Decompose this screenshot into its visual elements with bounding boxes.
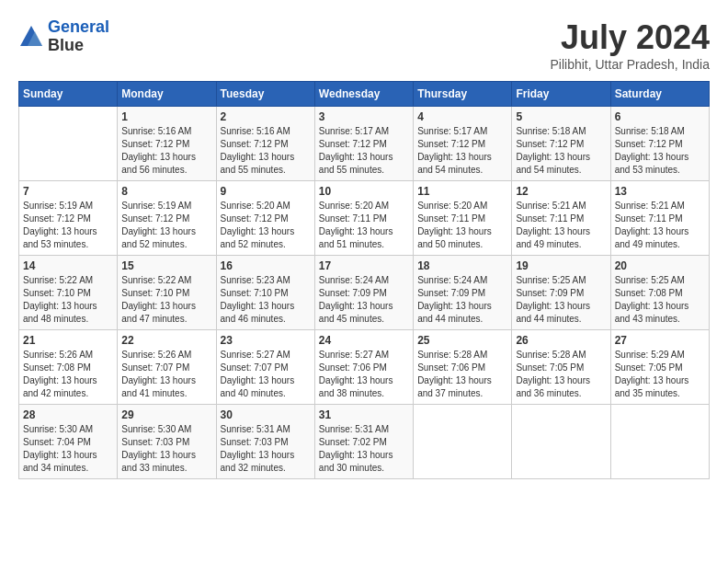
day-info: Sunrise: 5:31 AM Sunset: 7:02 PM Dayligh… <box>319 423 409 475</box>
title-area: July 2024 Pilibhit, Uttar Pradesh, India <box>550 18 710 72</box>
day-number: 9 <box>221 185 311 198</box>
location: Pilibhit, Uttar Pradesh, India <box>550 57 710 72</box>
day-cell: 14Sunrise: 5:22 AM Sunset: 7:10 PM Dayli… <box>19 256 118 330</box>
day-cell: 24Sunrise: 5:27 AM Sunset: 7:06 PM Dayli… <box>314 330 413 405</box>
day-cell: 6Sunrise: 5:18 AM Sunset: 7:12 PM Daylig… <box>610 107 709 181</box>
day-cell: 17Sunrise: 5:24 AM Sunset: 7:09 PM Dayli… <box>314 256 413 330</box>
col-header-sunday: Sunday <box>19 82 118 107</box>
day-info: Sunrise: 5:18 AM Sunset: 7:12 PM Dayligh… <box>615 125 705 177</box>
day-info: Sunrise: 5:27 AM Sunset: 7:06 PM Dayligh… <box>319 349 409 400</box>
day-number: 27 <box>615 334 705 347</box>
week-row-4: 21Sunrise: 5:26 AM Sunset: 7:08 PM Dayli… <box>19 330 710 405</box>
logo-line2: Blue <box>48 37 109 55</box>
day-info: Sunrise: 5:24 AM Sunset: 7:09 PM Dayligh… <box>417 274 507 326</box>
day-info: Sunrise: 5:20 AM Sunset: 7:11 PM Dayligh… <box>319 200 409 251</box>
day-cell: 19Sunrise: 5:25 AM Sunset: 7:09 PM Dayli… <box>512 256 610 330</box>
day-number: 5 <box>516 110 606 123</box>
week-row-5: 28Sunrise: 5:30 AM Sunset: 7:04 PM Dayli… <box>19 405 710 479</box>
day-number: 20 <box>615 259 705 272</box>
day-number: 25 <box>417 334 507 347</box>
day-info: Sunrise: 5:23 AM Sunset: 7:10 PM Dayligh… <box>221 274 311 326</box>
logo-icon <box>18 24 44 50</box>
header: General Blue July 2024 Pilibhit, Uttar P… <box>18 18 710 72</box>
day-number: 15 <box>121 259 211 272</box>
calendar-table: SundayMondayTuesdayWednesdayThursdayFrid… <box>18 81 710 479</box>
day-info: Sunrise: 5:27 AM Sunset: 7:07 PM Dayligh… <box>221 349 311 400</box>
day-number: 28 <box>23 408 113 421</box>
day-number: 18 <box>417 259 507 272</box>
logo: General Blue <box>18 18 109 55</box>
day-cell <box>610 405 709 479</box>
day-info: Sunrise: 5:26 AM Sunset: 7:07 PM Dayligh… <box>121 349 211 400</box>
day-info: Sunrise: 5:30 AM Sunset: 7:04 PM Dayligh… <box>23 423 113 475</box>
logo-line1: General <box>48 17 109 36</box>
logo-text: General Blue <box>48 18 109 55</box>
day-info: Sunrise: 5:18 AM Sunset: 7:12 PM Dayligh… <box>516 125 606 177</box>
week-row-2: 7Sunrise: 5:19 AM Sunset: 7:12 PM Daylig… <box>19 181 710 256</box>
day-number: 2 <box>221 110 311 123</box>
day-info: Sunrise: 5:28 AM Sunset: 7:06 PM Dayligh… <box>417 349 507 400</box>
day-number: 26 <box>516 334 606 347</box>
day-cell: 13Sunrise: 5:21 AM Sunset: 7:11 PM Dayli… <box>610 181 709 256</box>
day-cell: 11Sunrise: 5:20 AM Sunset: 7:11 PM Dayli… <box>414 181 512 256</box>
day-cell: 31Sunrise: 5:31 AM Sunset: 7:02 PM Dayli… <box>314 405 413 479</box>
day-info: Sunrise: 5:24 AM Sunset: 7:09 PM Dayligh… <box>319 274 409 326</box>
day-number: 12 <box>516 185 606 198</box>
header-row: SundayMondayTuesdayWednesdayThursdayFrid… <box>19 82 710 107</box>
day-number: 10 <box>319 185 409 198</box>
day-cell: 3Sunrise: 5:17 AM Sunset: 7:12 PM Daylig… <box>314 107 413 181</box>
day-info: Sunrise: 5:25 AM Sunset: 7:08 PM Dayligh… <box>615 274 705 326</box>
day-info: Sunrise: 5:26 AM Sunset: 7:08 PM Dayligh… <box>23 349 113 400</box>
col-header-friday: Friday <box>512 82 610 107</box>
day-cell: 16Sunrise: 5:23 AM Sunset: 7:10 PM Dayli… <box>216 256 314 330</box>
col-header-wednesday: Wednesday <box>314 82 413 107</box>
day-cell: 4Sunrise: 5:17 AM Sunset: 7:12 PM Daylig… <box>414 107 512 181</box>
day-cell: 18Sunrise: 5:24 AM Sunset: 7:09 PM Dayli… <box>414 256 512 330</box>
day-info: Sunrise: 5:28 AM Sunset: 7:05 PM Dayligh… <box>516 349 606 400</box>
day-cell: 23Sunrise: 5:27 AM Sunset: 7:07 PM Dayli… <box>216 330 314 405</box>
day-number: 21 <box>23 334 113 347</box>
col-header-monday: Monday <box>118 82 216 107</box>
day-number: 11 <box>417 185 507 198</box>
day-info: Sunrise: 5:21 AM Sunset: 7:11 PM Dayligh… <box>615 200 705 251</box>
day-number: 30 <box>221 408 311 421</box>
day-cell: 25Sunrise: 5:28 AM Sunset: 7:06 PM Dayli… <box>414 330 512 405</box>
day-info: Sunrise: 5:19 AM Sunset: 7:12 PM Dayligh… <box>121 200 211 251</box>
day-cell: 30Sunrise: 5:31 AM Sunset: 7:03 PM Dayli… <box>216 405 314 479</box>
day-cell: 26Sunrise: 5:28 AM Sunset: 7:05 PM Dayli… <box>512 330 610 405</box>
day-info: Sunrise: 5:30 AM Sunset: 7:03 PM Dayligh… <box>121 423 211 475</box>
day-cell: 7Sunrise: 5:19 AM Sunset: 7:12 PM Daylig… <box>19 181 118 256</box>
day-cell: 15Sunrise: 5:22 AM Sunset: 7:10 PM Dayli… <box>118 256 216 330</box>
day-number: 19 <box>516 259 606 272</box>
month-year: July 2024 <box>550 18 710 57</box>
day-info: Sunrise: 5:16 AM Sunset: 7:12 PM Dayligh… <box>121 125 211 177</box>
day-number: 14 <box>23 259 113 272</box>
day-info: Sunrise: 5:31 AM Sunset: 7:03 PM Dayligh… <box>221 423 311 475</box>
day-cell: 22Sunrise: 5:26 AM Sunset: 7:07 PM Dayli… <box>118 330 216 405</box>
day-cell: 5Sunrise: 5:18 AM Sunset: 7:12 PM Daylig… <box>512 107 610 181</box>
day-info: Sunrise: 5:17 AM Sunset: 7:12 PM Dayligh… <box>319 125 409 177</box>
day-number: 1 <box>121 110 211 123</box>
day-info: Sunrise: 5:22 AM Sunset: 7:10 PM Dayligh… <box>121 274 211 326</box>
day-cell: 28Sunrise: 5:30 AM Sunset: 7:04 PM Dayli… <box>19 405 118 479</box>
day-cell: 9Sunrise: 5:20 AM Sunset: 7:12 PM Daylig… <box>216 181 314 256</box>
col-header-tuesday: Tuesday <box>216 82 314 107</box>
day-cell: 1Sunrise: 5:16 AM Sunset: 7:12 PM Daylig… <box>118 107 216 181</box>
day-cell: 20Sunrise: 5:25 AM Sunset: 7:08 PM Dayli… <box>610 256 709 330</box>
day-cell: 21Sunrise: 5:26 AM Sunset: 7:08 PM Dayli… <box>19 330 118 405</box>
day-number: 3 <box>319 110 409 123</box>
col-header-saturday: Saturday <box>610 82 709 107</box>
day-number: 16 <box>221 259 311 272</box>
day-cell <box>414 405 512 479</box>
day-info: Sunrise: 5:20 AM Sunset: 7:12 PM Dayligh… <box>221 200 311 251</box>
day-cell <box>512 405 610 479</box>
day-number: 8 <box>121 185 211 198</box>
day-cell: 27Sunrise: 5:29 AM Sunset: 7:05 PM Dayli… <box>610 330 709 405</box>
col-header-thursday: Thursday <box>414 82 512 107</box>
day-number: 24 <box>319 334 409 347</box>
day-number: 29 <box>121 408 211 421</box>
day-cell: 10Sunrise: 5:20 AM Sunset: 7:11 PM Dayli… <box>314 181 413 256</box>
day-number: 17 <box>319 259 409 272</box>
day-cell: 29Sunrise: 5:30 AM Sunset: 7:03 PM Dayli… <box>118 405 216 479</box>
day-cell: 8Sunrise: 5:19 AM Sunset: 7:12 PM Daylig… <box>118 181 216 256</box>
